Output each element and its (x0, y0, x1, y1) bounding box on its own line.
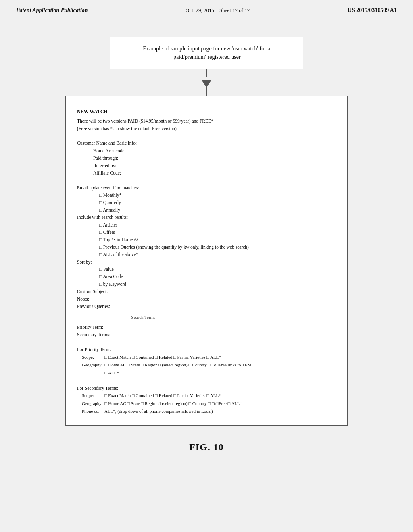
sortby-value: □ Value (99, 266, 336, 273)
include-offers: □ Offers (99, 229, 336, 236)
connector-line2 (206, 87, 207, 96)
priority-scope-label: Scope: (81, 353, 104, 362)
secondary-geo-label: Geography: (81, 400, 104, 408)
include-label: Include with search results: (77, 214, 336, 221)
secondary-scope-row: Scope: □ Exact Match □ Contained □ Relat… (81, 392, 243, 400)
page: Patent Application Publication Oct. 29, … (0, 0, 413, 532)
figure-label: FIG. 10 (0, 442, 413, 453)
include-options: □ Articles □ Offers □ Top #s in Home AC … (99, 221, 336, 258)
paid-through: Paid through: (93, 154, 336, 162)
secondary-term-table: Scope: □ Exact Match □ Contained □ Relat… (81, 392, 336, 416)
secondary-phone-co-row: Phone co.: ALL*, (drop down of all phone… (81, 407, 243, 416)
sample-box-line1: Example of sample input page for new 'us… (122, 44, 291, 53)
sortby-label: Sort by: (77, 258, 336, 266)
previous-queries: Previous Queries: (77, 303, 336, 310)
secondary-geo-options: □ Home AC □ State □ Regional (select reg… (104, 400, 243, 408)
home-area-code: Home Area code: (93, 147, 336, 154)
email-annually: □ Annually (99, 206, 336, 214)
priority-geo-row: Geography: □ Home AC □ State □ Regional … (81, 361, 254, 369)
priority-geo-all-row: □ ALL* (81, 369, 254, 377)
footer-text: · · · · · · · · · · · · · · · · · · · · … (173, 468, 240, 472)
customer-fields: Home Area code: Paid through: Referred b… (93, 147, 336, 177)
priority-geo-label: Geography: (81, 361, 104, 369)
sample-box-line2: 'paid/premium' registered user (122, 53, 291, 61)
arrow-down-icon (202, 80, 211, 87)
priority-geo-options: □ Home AC □ State □ Regional (select reg… (104, 361, 254, 369)
secondary-geo-row: Geography: □ Home AC □ State □ Regional … (81, 400, 243, 408)
include-previous-queries: □ Previous Queries (showing the quantity… (99, 243, 336, 251)
footer-area: · · · · · · · · · · · · · · · · · · · · … (0, 460, 413, 484)
new-watch-title: NEW WATCH (77, 108, 336, 116)
for-priority-label: For Priority Term: (77, 346, 336, 353)
search-terms-divider: ------------------------------------ Sea… (77, 314, 336, 321)
sample-box: Example of sample input page for new 'us… (110, 37, 303, 69)
priority-scope-options: □ Exact Match □ Contained □ Related □ Pa… (104, 353, 254, 362)
priority-term-table: Scope: □ Exact Match □ Contained □ Relat… (81, 353, 336, 377)
sortby-options: □ Value □ Area Code □ by Keyword (99, 266, 336, 288)
header-sheet: Sheet 17 of 17 (219, 7, 250, 13)
email-quarterly: □ Quarterly (99, 199, 336, 206)
include-articles: □ Articles (99, 221, 336, 229)
connector-line (206, 69, 207, 77)
priority-geo-all: □ ALL* (104, 369, 254, 377)
version-info-line2: (Free version has *s to show the default… (77, 125, 336, 132)
header-publication: Patent Application Publication (16, 7, 88, 14)
header-patent-number: US 2015/0310509 A1 (348, 7, 397, 14)
secondary-terms-label: Secondary Terms: (77, 331, 336, 338)
custom-subject: Custom Subject: (77, 288, 336, 295)
priority-scope-row: Scope: □ Exact Match □ Contained □ Relat… (81, 353, 254, 362)
email-monthly: □ Monthly* (99, 191, 336, 199)
header-center: Oct. 29, 2015 Sheet 17 of 17 (186, 7, 250, 14)
version-info-line1: There will be two versions PAID ($14.95/… (77, 117, 336, 125)
secondary-phone-co-options: ALL*, (drop down of all phone companies … (104, 407, 243, 416)
for-secondary-label: For Secondary Terms: (77, 384, 336, 392)
secondary-phone-co-label: Phone co.: (81, 407, 104, 416)
top-section: Example of sample input page for new 'us… (65, 30, 348, 96)
email-options: □ Monthly* □ Quarterly □ Annually (99, 191, 336, 214)
include-top-home-ac: □ Top #s in Home AC (99, 236, 336, 243)
header-date: Oct. 29, 2015 (186, 7, 214, 13)
secondary-scope-label: Scope: (81, 392, 104, 400)
email-label: Email update even if no matches: (77, 184, 336, 191)
referred-by: Referred by: (93, 162, 336, 169)
customer-label: Customer Name and Basic Info: (77, 139, 336, 147)
main-content-box: NEW WATCH There will be two versions PAI… (65, 96, 348, 426)
affiliate-code: Affiliate Code: (93, 169, 336, 177)
priority-term-label: Priority Term: (77, 324, 336, 331)
notes: Notes: (77, 295, 336, 303)
sortby-by-keyword: □ by Keyword (99, 281, 336, 288)
sortby-area-code: □ Area Code (99, 273, 336, 280)
secondary-scope-options: □ Exact Match □ Contained □ Related □ Pa… (104, 392, 243, 400)
header: Patent Application Publication Oct. 29, … (0, 0, 413, 18)
include-all: □ ALL of the above* (99, 251, 336, 258)
